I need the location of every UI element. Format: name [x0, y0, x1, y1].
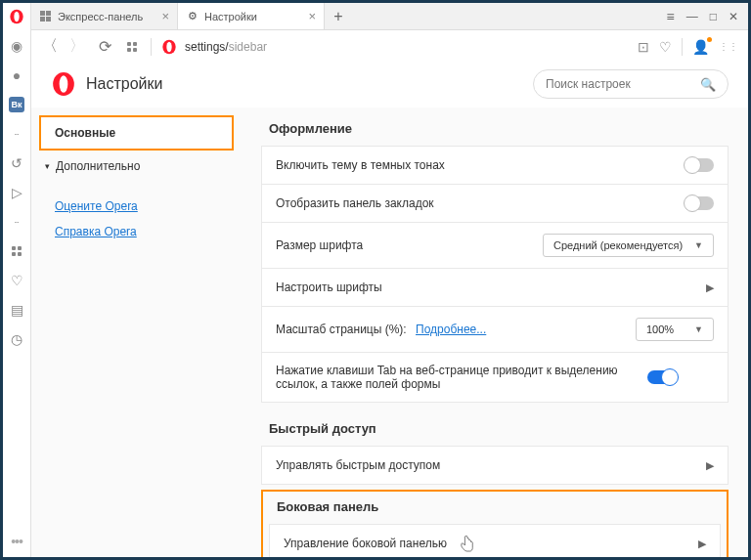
clock-icon[interactable]: ◷	[9, 331, 24, 347]
speed-dial-button[interactable]	[123, 38, 141, 56]
select-font-size[interactable]: Средний (рекомендуется) ▼	[543, 234, 714, 257]
new-tab-button[interactable]: +	[325, 3, 352, 29]
nav-main[interactable]: Основные	[39, 115, 234, 151]
row-bookmarks-bar: Отобразить панель закладок	[261, 184, 729, 223]
chevron-down-icon: ▾	[45, 161, 50, 171]
reload-button[interactable]: ⟳	[96, 38, 113, 56]
opera-logo-icon	[51, 71, 76, 97]
svg-point-5	[60, 75, 68, 92]
browser-sidebar: ◉ ● Вк ••• ↺ ▷ ••• ♡ ▤ ◷ •••	[3, 3, 31, 557]
url-field[interactable]: settings/sidebar	[161, 39, 628, 55]
window-controls: ≡ — □ ✕	[657, 3, 748, 29]
page-title: Настройки	[86, 75, 162, 93]
chevron-right-icon: ▶	[706, 459, 714, 472]
nav-advanced[interactable]: ▾ Дополнительно	[31, 151, 242, 182]
more-icon[interactable]: •••	[11, 534, 22, 549]
zoom-more-link[interactable]: Подробнее...	[416, 323, 486, 336]
close-icon[interactable]: ×	[308, 9, 316, 23]
messenger-icon[interactable]: ◉	[9, 38, 24, 54]
separator-icon: •••	[9, 126, 24, 142]
toggle-bookmarks-bar[interactable]	[685, 196, 714, 210]
minimize-button[interactable]: —	[686, 10, 698, 23]
chevron-right-icon: ▶	[698, 538, 706, 550]
vk-icon[interactable]: Вк	[9, 97, 24, 112]
tab-label: Настройки	[204, 11, 257, 22]
reader-icon[interactable]: ▤	[9, 302, 24, 318]
menu-icon[interactable]: ≡	[667, 9, 675, 24]
chevron-down-icon: ▼	[694, 240, 703, 250]
heart-icon[interactable]: ♡	[9, 273, 24, 288]
tab-bar: Экспресс-панель × ⚙ Настройки × + ≡ — □ …	[31, 3, 748, 30]
whatsapp-icon[interactable]: ●	[9, 67, 24, 83]
section-appearance-title: Оформление	[269, 121, 729, 136]
address-bar: 〈 〉 ⟳ settings/sidebar ⊡ ♡ 👤 ⋮⋮	[31, 30, 748, 64]
row-tab-highlight: Нажатие клавиши Tab на веб-странице прив…	[261, 352, 729, 403]
nav-rate-link[interactable]: Оцените Opera	[31, 194, 242, 219]
nav-help-link[interactable]: Справка Opera	[31, 219, 242, 244]
history-icon[interactable]: ↺	[9, 155, 24, 171]
chevron-right-icon: ▶	[706, 281, 714, 294]
row-font-size: Размер шрифта Средний (рекомендуется) ▼	[261, 222, 729, 269]
settings-header: Настройки 🔍	[31, 61, 748, 108]
close-icon[interactable]: ×	[161, 9, 169, 23]
opera-url-icon	[161, 39, 177, 55]
gear-icon: ⚙	[186, 10, 199, 22]
settings-body: Основные ▾ Дополнительно Оцените Opera С…	[31, 108, 748, 557]
select-page-zoom[interactable]: 100% ▼	[636, 318, 714, 341]
section-sidepanel-title: Боковая панель	[277, 499, 721, 514]
tab-speed-dial[interactable]: Экспресс-панель ×	[31, 3, 178, 29]
forward-button[interactable]: 〉	[68, 38, 86, 56]
highlight-side-panel: Боковая панель Управление боковой панель…	[261, 490, 729, 557]
opera-logo-icon	[9, 9, 24, 24]
search-box[interactable]: 🔍	[533, 69, 729, 99]
row-page-zoom: Масштаб страницы (%): Подробнее... 100% …	[261, 306, 729, 353]
apps-icon[interactable]	[9, 243, 24, 259]
addrbar-right-icons: ⊡ ♡ 👤 ⋮⋮	[638, 38, 738, 56]
back-button[interactable]: 〈	[41, 38, 59, 56]
heart-icon[interactable]: ♡	[659, 39, 672, 55]
row-manage-quickaccess[interactable]: Управлять быстрым доступом ▶	[261, 446, 729, 485]
row-customize-fonts[interactable]: Настроить шрифты ▶	[261, 268, 729, 307]
chevron-down-icon: ▼	[694, 324, 703, 334]
separator-icon: •••	[9, 214, 24, 230]
tab-settings[interactable]: ⚙ Настройки ×	[178, 3, 325, 29]
maximize-button[interactable]: □	[710, 10, 717, 23]
snapshot-icon[interactable]: ⊡	[638, 39, 649, 55]
section-quickaccess-title: Быстрый доступ	[269, 421, 729, 436]
toggle-tab-highlight[interactable]	[647, 370, 677, 384]
search-input[interactable]	[546, 77, 692, 91]
svg-point-1	[14, 12, 19, 22]
svg-point-3	[166, 41, 171, 52]
settings-left-nav: Основные ▾ Дополнительно Оцените Opera С…	[31, 108, 242, 557]
toggle-dark-theme[interactable]	[685, 158, 714, 172]
search-icon: 🔍	[700, 77, 716, 92]
settings-main-panel: Оформление Включить тему в темных тонах …	[242, 108, 748, 557]
send-icon[interactable]: ▷	[9, 185, 24, 200]
close-button[interactable]: ✕	[729, 10, 738, 23]
speed-dial-icon	[39, 10, 52, 22]
profile-icon[interactable]: 👤	[692, 39, 709, 55]
row-dark-theme: Включить тему в темных тонах	[261, 146, 729, 185]
easy-setup-icon[interactable]: ⋮⋮	[719, 41, 738, 52]
row-manage-sidepanel[interactable]: Управление боковой панелью ▶	[269, 524, 721, 557]
tab-label: Экспресс-панель	[58, 11, 143, 22]
